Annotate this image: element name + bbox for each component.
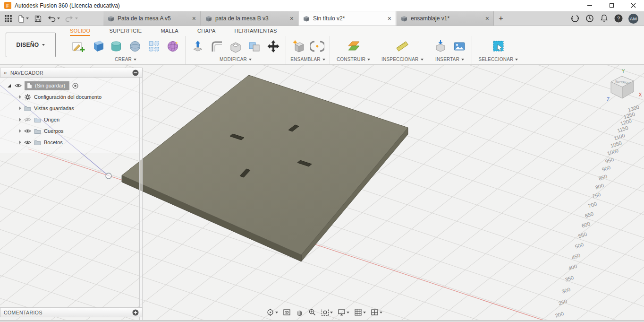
group-label-inspeccionar[interactable]: INSPECCIONAR: [381, 56, 424, 64]
tab-close-icon[interactable]: ×: [192, 15, 196, 22]
help-icon[interactable]: ?: [614, 14, 623, 23]
grid-snap-button[interactable]: [353, 307, 367, 317]
pattern-button[interactable]: [146, 38, 162, 54]
box-button[interactable]: [89, 38, 105, 54]
document-tab[interactable]: Pata de la mesa A v5 ×: [103, 11, 201, 26]
group-label-modificar[interactable]: MODIFICAR: [220, 56, 252, 64]
ribbon-tabs: SOLIDO SUPERFICIE MALLA CHAPA HERRAMIENT…: [70, 26, 277, 36]
workspace-selector[interactable]: DISEÑO: [6, 33, 56, 57]
create-form-button[interactable]: [165, 38, 181, 54]
visibility-eye-icon[interactable]: [15, 83, 22, 88]
document-tab[interactable]: ensamblaje v1* ×: [396, 11, 494, 26]
expanded-arrow-icon[interactable]: [8, 84, 11, 87]
tab-malla[interactable]: MALLA: [161, 26, 178, 36]
notifications-bell-icon[interactable]: [600, 14, 609, 23]
zoom-button[interactable]: [307, 307, 317, 317]
expand-arrow-icon[interactable]: [19, 118, 21, 122]
visibility-eye-icon[interactable]: [24, 129, 31, 133]
file-menu-button[interactable]: [17, 15, 29, 23]
tab-close-icon[interactable]: ×: [388, 15, 391, 22]
origin-point[interactable]: [106, 173, 111, 179]
group-label-ensamblar[interactable]: ENSAMBLAR: [290, 56, 325, 64]
tab-superficie[interactable]: SUPERFICIE: [109, 26, 142, 36]
visibility-off-eye-icon[interactable]: [24, 117, 31, 122]
caret-down-icon: [322, 59, 325, 61]
select-button[interactable]: [491, 38, 507, 54]
group-label-construir[interactable]: CONSTRUIR: [337, 56, 370, 64]
display-settings-button[interactable]: [337, 307, 350, 317]
fit-button[interactable]: [320, 307, 334, 317]
expand-arrow-icon[interactable]: [19, 106, 21, 110]
tree-row-document-settings[interactable]: Configuración del documento: [0, 91, 139, 103]
tab-close-icon[interactable]: ×: [485, 15, 489, 22]
active-document-chip[interactable]: (Sin guardar): [25, 81, 69, 90]
caret-down-icon: [515, 59, 518, 61]
caret-down-icon: [275, 312, 278, 313]
navigator-scrollbar[interactable]: [139, 78, 143, 321]
group-label-seleccionar[interactable]: SELECCIONAR: [479, 56, 518, 64]
cylinder-button[interactable]: [108, 38, 124, 54]
tab-close-icon[interactable]: ×: [290, 15, 294, 22]
expand-arrow-icon[interactable]: [19, 95, 21, 99]
minimize-panel-icon[interactable]: [132, 70, 139, 76]
document-tabs: Pata de la mesa A v5 × pata de la mesa B…: [103, 11, 494, 26]
expand-arrow-icon[interactable]: [19, 140, 21, 144]
activate-radio-icon[interactable]: [72, 83, 78, 89]
tree-row-bodies[interactable]: Cuerpos: [0, 125, 139, 137]
expand-arrow-icon[interactable]: [19, 129, 21, 133]
comments-header[interactable]: COMENTARIOS: [0, 307, 143, 317]
document-cube-icon: [108, 16, 114, 22]
recent-activity-icon[interactable]: [585, 14, 594, 23]
document-tab[interactable]: pata de la mesa B v3 ×: [201, 11, 298, 26]
close-button[interactable]: [622, 0, 644, 11]
orbit-button[interactable]: [265, 307, 279, 317]
joint-button[interactable]: [309, 38, 325, 54]
navigator-panel: « NAVEGADOR (Sin guardar): [0, 68, 143, 78]
fillet-button[interactable]: [209, 38, 225, 54]
tree-row-document[interactable]: (Sin guardar): [0, 80, 139, 91]
sphere-button[interactable]: [127, 38, 143, 54]
maximize-button[interactable]: [601, 0, 622, 11]
pan-button[interactable]: [295, 307, 305, 317]
construct-plane-button[interactable]: [346, 38, 362, 54]
navigator-header[interactable]: « NAVEGADOR: [0, 68, 143, 78]
shell-button[interactable]: [228, 38, 244, 54]
visibility-eye-icon[interactable]: [24, 140, 31, 145]
minimize-button[interactable]: [579, 0, 601, 11]
new-document-tab-button[interactable]: +: [494, 11, 508, 26]
insert-derive-button[interactable]: [432, 38, 449, 54]
viewcube-axis-z-label: Z: [607, 97, 610, 102]
measure-button[interactable]: [394, 38, 410, 54]
tab-solido[interactable]: SOLIDO: [70, 26, 90, 36]
look-at-button[interactable]: [282, 307, 292, 317]
document-tab-active[interactable]: Sin título v2* ×: [298, 11, 396, 26]
tree-row-origin[interactable]: Origen: [0, 114, 139, 125]
create-sketch-button[interactable]: [70, 38, 86, 54]
user-avatar[interactable]: AM: [628, 14, 638, 24]
press-pull-button[interactable]: [190, 38, 206, 54]
display-settings-icon: [338, 308, 346, 316]
caret-down-icon: [421, 59, 424, 61]
canvas-image-button[interactable]: [451, 38, 467, 54]
combine-button[interactable]: [246, 38, 263, 54]
tree-item-label: Configuración del documento: [34, 94, 102, 100]
move-copy-button[interactable]: [265, 38, 281, 54]
viewcube-axis-y-label: Y: [622, 69, 625, 74]
viewports-button[interactable]: [370, 307, 383, 317]
collapse-panel-icon[interactable]: «: [4, 70, 7, 76]
expand-panel-icon[interactable]: [132, 309, 139, 316]
tree-row-sketches[interactable]: Bocetos: [0, 137, 139, 148]
save-button[interactable]: [34, 15, 42, 23]
tree-row-saved-views[interactable]: Vistas guardadas: [0, 103, 139, 114]
group-label-crear[interactable]: CREAR: [115, 56, 136, 64]
tab-chapa[interactable]: CHAPA: [197, 26, 216, 36]
group-label-insertar[interactable]: INSERTAR: [435, 56, 464, 64]
new-component-button[interactable]: [290, 38, 306, 54]
job-status-icon[interactable]: [570, 14, 580, 23]
select-icon: [491, 39, 506, 53]
app-grid-button[interactable]: [5, 15, 12, 22]
undo-button[interactable]: [47, 15, 60, 22]
redo-button[interactable]: [65, 15, 78, 22]
navigator-tree: (Sin guardar) Configuración del document…: [0, 78, 139, 153]
tab-herramientas[interactable]: HERRAMIENTAS: [235, 26, 277, 36]
